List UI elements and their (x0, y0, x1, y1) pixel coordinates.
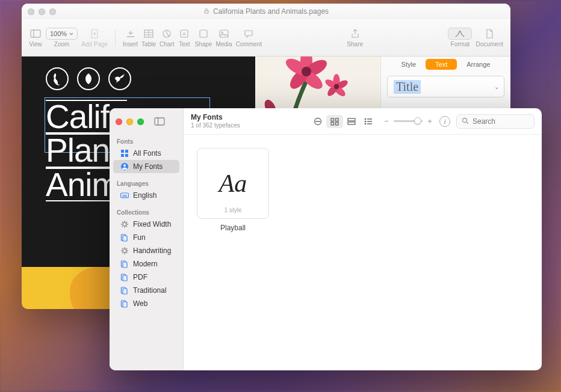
info-button[interactable]: i (439, 116, 450, 127)
svg-point-51 (123, 249, 126, 253)
paragraph-style-picker[interactable]: Title ⌄ (387, 76, 504, 97)
svg-line-57 (126, 253, 127, 253)
sidebar-item-traditional[interactable]: Traditional (113, 284, 179, 297)
svg-rect-67 (123, 302, 127, 307)
fontbook-sidebar: Fonts All Fonts My Fonts Languages EN En… (110, 108, 184, 370)
svg-point-14 (222, 32, 223, 34)
folder-icon (120, 273, 129, 281)
svg-rect-30 (155, 118, 164, 125)
search-field[interactable] (456, 114, 535, 129)
search-icon (462, 116, 469, 127)
tab-text[interactable]: Text (426, 59, 457, 70)
svg-rect-32 (121, 150, 124, 153)
pages-toolbar: View 100% Zoom Add Page Insert Table Cha… (22, 19, 510, 57)
svg-line-58 (126, 248, 127, 249)
share-button[interactable]: Share (347, 28, 363, 47)
gear-icon (120, 247, 129, 255)
tab-arrange[interactable]: Arrange (457, 59, 500, 70)
svg-point-82 (463, 118, 467, 122)
slider-track[interactable] (394, 120, 423, 122)
sidebar-item-pdf[interactable]: PDF (113, 271, 179, 284)
view-samples-button[interactable] (309, 115, 326, 128)
svg-point-40 (123, 222, 126, 226)
toggle-sidebar-button[interactable] (154, 117, 165, 126)
slider-thumb[interactable] (414, 117, 421, 124)
folder-icon (120, 260, 129, 268)
svg-rect-65 (123, 289, 127, 294)
chevron-down-icon (69, 32, 73, 35)
font-card[interactable]: Aa 1 style Playball (197, 148, 269, 232)
sidebar-item-english[interactable]: EN English (113, 189, 179, 202)
sidebar-item-label: English (133, 191, 157, 200)
window-title: California Plants and Animals.pages (22, 7, 510, 16)
svg-rect-34 (121, 154, 124, 157)
svg-rect-73 (336, 122, 339, 125)
sidebar-item-fun[interactable]: Fun (113, 231, 179, 244)
font-sample: Aa (219, 169, 247, 198)
comment-button[interactable]: Comment (236, 28, 262, 47)
svg-line-47 (126, 222, 127, 222)
svg-point-80 (365, 123, 366, 124)
sidebar-item-my-fonts[interactable]: My Fonts (113, 160, 179, 173)
svg-rect-75 (348, 122, 355, 124)
chart-button[interactable]: Chart (160, 28, 174, 47)
document-button[interactable]: Document (476, 28, 503, 47)
svg-rect-70 (331, 118, 334, 121)
fontbook-main: My Fonts 1 of 362 typefaces − + i (184, 108, 542, 370)
hummingbird-icon (108, 67, 131, 90)
sidebar-item-web[interactable]: Web (113, 297, 179, 310)
svg-rect-12 (200, 30, 207, 37)
language-icon: EN (120, 191, 129, 200)
svg-point-37 (123, 164, 126, 167)
sidebar-item-label: Modern (133, 260, 158, 268)
gear-icon (120, 220, 129, 228)
sidebar-item-label: Fun (133, 233, 146, 242)
sidebar-item-label: Web (133, 299, 147, 308)
sidebar-item-all-fonts[interactable]: All Fonts (113, 147, 179, 160)
search-input[interactable] (473, 117, 529, 126)
svg-point-78 (365, 121, 366, 122)
chevron-down-icon: ⌄ (494, 84, 499, 90)
canvas-icons (46, 67, 131, 90)
folder-icon (120, 286, 129, 295)
table-button[interactable]: Table (141, 28, 156, 47)
view-mode-group (309, 115, 377, 128)
sidebar-item-handwriting[interactable]: Handwriting (113, 244, 179, 257)
sidebar-item-modern[interactable]: Modern (113, 257, 179, 271)
shape-button[interactable]: Shape (194, 28, 212, 47)
insert-button[interactable]: Insert (123, 28, 138, 47)
size-slider[interactable]: − + (383, 117, 433, 126)
format-button[interactable]: Format (448, 28, 472, 47)
sidebar-item-label: All Fonts (133, 149, 161, 158)
media-button[interactable]: Media (215, 28, 232, 47)
minimize-button[interactable] (126, 118, 133, 125)
pages-titlebar[interactable]: California Plants and Animals.pages (22, 4, 510, 19)
svg-rect-50 (123, 236, 127, 241)
tab-style[interactable]: Style (392, 59, 426, 70)
section-fonts-label: Fonts (110, 136, 183, 147)
zoom-control[interactable]: 100% Zoom (46, 28, 78, 47)
view-grid-button[interactable] (326, 115, 343, 128)
text-button[interactable]: A Text (178, 28, 191, 47)
zoom-button[interactable] (137, 118, 144, 125)
svg-line-56 (122, 248, 123, 249)
font-tile[interactable]: Aa 1 style (197, 148, 269, 219)
font-grid: Aa 1 style Playball (184, 135, 542, 370)
svg-rect-0 (31, 30, 40, 37)
add-page-button[interactable]: Add Page (81, 28, 108, 47)
california-icon (46, 67, 69, 90)
view-list-button[interactable] (360, 115, 377, 128)
sidebar-item-label: Fixed Width (133, 220, 171, 228)
view-button[interactable]: View (29, 28, 42, 47)
sidebar-item-label: Traditional (133, 286, 167, 295)
svg-line-83 (466, 122, 468, 124)
view-rows-button[interactable] (343, 115, 360, 128)
svg-point-28 (334, 84, 339, 90)
user-icon (120, 162, 129, 171)
close-button[interactable] (116, 118, 122, 125)
svg-line-59 (122, 253, 123, 253)
fontbook-subtitle: 1 of 362 typefaces (191, 122, 240, 129)
svg-text:EN: EN (122, 194, 127, 198)
plus-icon: + (426, 117, 433, 126)
sidebar-item-fixed-width[interactable]: Fixed Width (113, 218, 179, 231)
